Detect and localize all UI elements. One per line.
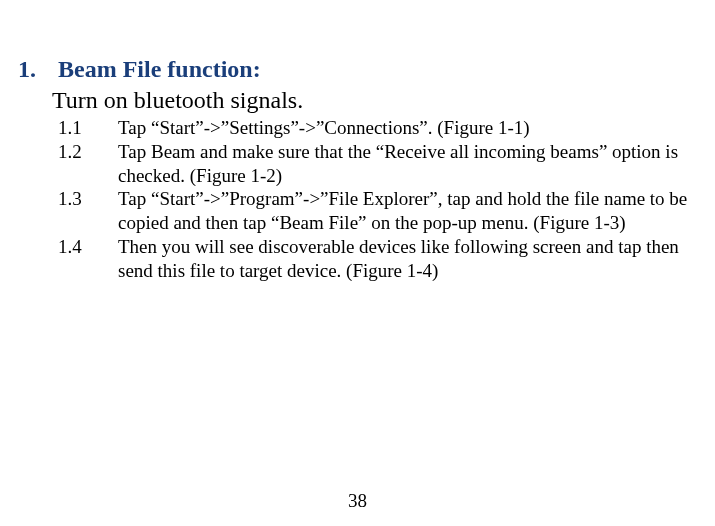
step-text: Tap “Start”->”Program”->”File Explorer”,… — [118, 187, 701, 235]
intro-text: Turn on bluetooth signals. — [52, 87, 701, 114]
page: 1. Beam File function: Turn on bluetooth… — [0, 0, 715, 526]
list-item: 1.3 Tap “Start”->”Program”->”File Explor… — [58, 187, 701, 235]
step-text: Tap Beam and make sure that the “Receive… — [118, 140, 701, 188]
step-number: 1.1 — [58, 116, 118, 140]
list-item: 1.4 Then you will see discoverable devic… — [58, 235, 701, 283]
step-text: Then you will see discoverable devices l… — [118, 235, 701, 283]
heading-title: Beam File function: — [58, 56, 261, 83]
list-item: 1.2 Tap Beam and make sure that the “Rec… — [58, 140, 701, 188]
section-heading: 1. Beam File function: — [18, 56, 701, 83]
step-number: 1.4 — [58, 235, 118, 283]
step-number: 1.2 — [58, 140, 118, 188]
page-number: 38 — [0, 490, 715, 512]
step-text: Tap “Start”->”Settings”->”Connections”. … — [118, 116, 701, 140]
step-number: 1.3 — [58, 187, 118, 235]
heading-number: 1. — [18, 56, 58, 83]
list-item: 1.1 Tap “Start”->”Settings”->”Connection… — [58, 116, 701, 140]
step-list: 1.1 Tap “Start”->”Settings”->”Connection… — [58, 116, 701, 282]
